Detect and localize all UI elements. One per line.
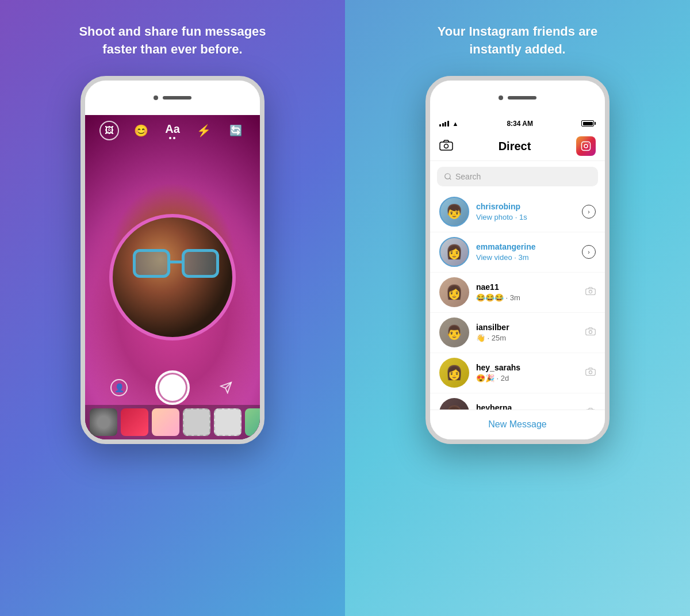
camera-sm-icon — [585, 368, 596, 376]
dm-username: emmatangerine — [476, 242, 575, 251]
dm-item-info: heyberna Replied to your story · 3d — [476, 403, 578, 410]
dm-header-camera-button[interactable] — [439, 139, 453, 154]
svg-rect-9 — [586, 289, 596, 295]
svg-point-5 — [584, 144, 588, 148]
phone-volume-down-button-r — [425, 210, 427, 239]
left-panel-title: Shoot and share fun messages faster than… — [79, 23, 266, 59]
svg-point-12 — [589, 330, 592, 333]
dm-item-info: emmatangerine View video · 3m — [476, 242, 575, 262]
ar-glasses — [130, 249, 222, 281]
dm-avatar: 👩 — [439, 358, 469, 388]
dm-action-chevron[interactable]: › — [582, 245, 596, 259]
glass-right — [182, 249, 219, 278]
dm-item-info: nae11 😂😂😂 · 3m — [476, 282, 578, 302]
battery-body — [581, 120, 594, 127]
face-filter-icon: 😊 — [134, 124, 148, 137]
send-button[interactable] — [217, 379, 235, 396]
instagram-icon-button[interactable] — [576, 136, 596, 156]
svg-rect-11 — [586, 329, 596, 335]
text-label: Aa — [165, 123, 180, 139]
right-panel: Your Instagram friends are instantly add… — [345, 0, 690, 616]
flip-camera-button[interactable]: 🔄 — [226, 121, 246, 140]
dm-preview: 👋 · 25m — [476, 334, 578, 342]
dm-message-list: 👦 chrisrobinp View photo · 1s › 👩 emmata… — [430, 192, 605, 410]
send-icon — [220, 381, 232, 394]
svg-point-6 — [588, 143, 589, 144]
signal-bar-4 — [447, 121, 449, 127]
dm-username: nae11 — [476, 282, 578, 292]
right-panel-title: Your Instagram friends are instantly add… — [438, 23, 597, 59]
status-bar: ▲ 8:34 AM — [430, 115, 605, 132]
dm-item-info: iansilber 👋 · 25m — [476, 323, 578, 342]
dm-action-camera[interactable] — [585, 327, 596, 338]
dm-list-item[interactable]: 👨 iansilber 👋 · 25m — [430, 313, 605, 353]
gallery-icon: 🖼 — [105, 125, 114, 136]
dm-preview: 😂😂😂 · 3m — [476, 293, 578, 302]
shutter-button[interactable] — [155, 370, 190, 405]
svg-point-14 — [589, 370, 592, 373]
phone-mute-button — [80, 150, 82, 167]
phone-top-bezel — [85, 81, 260, 115]
profile-button[interactable]: 👤 — [110, 379, 128, 396]
dm-header: Direct — [430, 132, 605, 161]
filter-thumb-3[interactable] — [152, 408, 179, 436]
dm-list-item[interactable]: 👩 hey_sarahs 😍🎉 · 2d — [430, 353, 605, 393]
dm-action-camera[interactable] — [585, 368, 596, 378]
dm-screen: ▲ 8:34 AM — [430, 115, 605, 439]
status-left: ▲ — [439, 120, 458, 127]
phone-volume-up-button-r — [425, 175, 427, 204]
filter-thumb-5[interactable] — [214, 408, 241, 436]
text-button[interactable]: Aa — [163, 121, 182, 140]
front-camera — [154, 95, 158, 100]
person-icon: 👤 — [114, 383, 124, 392]
wifi-icon: ▲ — [453, 120, 459, 127]
dm-username: iansilber — [476, 323, 578, 332]
left-phone-frame: 🖼 😊 Aa ⚡ — [80, 76, 264, 444]
dm-list-item[interactable]: 👩 emmatangerine View video · 3m › — [430, 232, 605, 273]
svg-rect-13 — [586, 369, 596, 376]
glass-bridge — [170, 261, 182, 263]
camera-sm-icon — [585, 287, 596, 296]
new-message-button[interactable]: New Message — [430, 410, 605, 439]
phone-volume-down-button — [80, 210, 82, 239]
camera-sm-icon — [585, 327, 596, 336]
dm-avatar: 👩 — [439, 277, 469, 307]
battery-tip — [595, 122, 596, 125]
svg-point-7 — [445, 173, 450, 178]
instagram-icon — [581, 141, 591, 151]
dm-preview: View video · 3m — [476, 253, 575, 262]
gallery-button[interactable]: 🖼 — [99, 121, 119, 140]
dm-item-info: chrisrobinp View photo · 1s — [476, 202, 575, 221]
ar-face-frame — [109, 214, 236, 340]
search-bar[interactable]: Search — [437, 167, 598, 186]
svg-rect-4 — [581, 142, 590, 151]
search-placeholder: Search — [455, 172, 481, 181]
filter-thumb-6[interactable] — [245, 408, 260, 436]
dm-list-item[interactable]: 👦 chrisrobinp View photo · 1s › — [430, 192, 605, 232]
dm-username: chrisrobinp — [476, 202, 575, 211]
face-filter-button[interactable]: 😊 — [131, 121, 151, 140]
flash-icon: ⚡ — [197, 124, 211, 137]
dm-action-camera[interactable] — [585, 287, 596, 298]
signal-bar-2 — [442, 123, 444, 127]
battery-fill — [583, 122, 593, 125]
dm-preview: 😍🎉 · 2d — [476, 374, 578, 382]
flash-button[interactable]: ⚡ — [194, 121, 214, 140]
dm-list-item[interactable]: 👩 nae11 😂😂😂 · 3m — [430, 273, 605, 313]
filter-thumb-4[interactable] — [183, 408, 210, 436]
dm-preview: View photo · 1s — [476, 213, 575, 221]
phone-power-button-r — [608, 184, 610, 224]
phone-power-button — [263, 184, 264, 224]
dm-username: hey_sarahs — [476, 363, 578, 372]
dm-list-item[interactable]: 👩 heyberna Replied to your story · 3d — [430, 393, 605, 410]
svg-point-10 — [589, 290, 592, 293]
filter-thumb-1[interactable] — [90, 408, 117, 436]
dm-avatar: 👩 — [439, 398, 469, 410]
dm-username: heyberna — [476, 403, 578, 410]
dm-action-chevron[interactable]: › — [582, 205, 596, 219]
camera-toolbar-bottom: 👤 — [85, 370, 260, 405]
dm-avatar: 👩 — [439, 237, 469, 267]
right-phone-speaker — [508, 96, 536, 100]
filter-thumb-2[interactable] — [121, 408, 148, 436]
phone-speaker — [163, 96, 191, 100]
